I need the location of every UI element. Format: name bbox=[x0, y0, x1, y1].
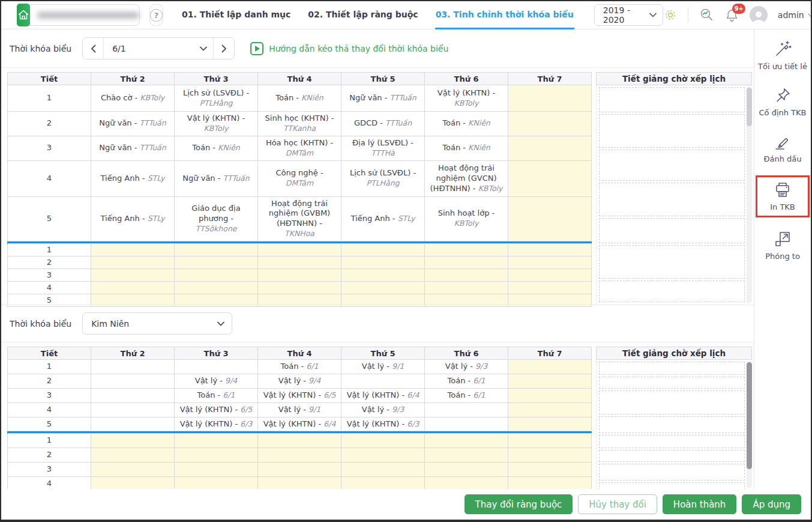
waiting-slot[interactable] bbox=[599, 218, 745, 243]
waiting-slot[interactable] bbox=[599, 281, 745, 302]
timetable-cell[interactable]: Vật lý - 9/1 bbox=[341, 360, 425, 374]
timetable-cell[interactable]: GDCD - TTTuấn bbox=[341, 112, 425, 136]
timetable-cell[interactable] bbox=[425, 448, 508, 463]
timetable-cell[interactable]: Vật lý (KHTN) - 6/4 bbox=[341, 388, 425, 402]
timetable-cell[interactable] bbox=[175, 360, 258, 374]
timetable-cell[interactable] bbox=[175, 448, 258, 463]
timetable-cell[interactable] bbox=[508, 448, 592, 463]
timetable-cell[interactable]: Hoạt động trải nghiệm (GVCN) (HĐTNHN) - … bbox=[425, 160, 508, 196]
timetable-cell[interactable]: Vật lý - 9/4 bbox=[175, 374, 258, 388]
timetable-cell[interactable] bbox=[508, 85, 592, 112]
avatar[interactable] bbox=[750, 6, 768, 24]
waiting-slot[interactable] bbox=[599, 183, 745, 216]
timetable-cell[interactable] bbox=[508, 112, 592, 136]
waiting-slot[interactable] bbox=[599, 377, 745, 389]
settings-gear-icon[interactable] bbox=[663, 8, 678, 22]
waiting-slot[interactable] bbox=[599, 390, 745, 414]
waiting-slot[interactable] bbox=[599, 450, 745, 462]
timetable-cell[interactable]: Hoạt động trải nghiệm (GVBM) (HĐTNHN) - … bbox=[258, 196, 341, 241]
timetable-cell[interactable]: Vật lý (KHTN) - 6/5 bbox=[175, 402, 258, 417]
timetable-cell[interactable] bbox=[425, 244, 508, 256]
scrollbar-track[interactable] bbox=[747, 361, 752, 488]
class-timetable-select[interactable]: 6/1 bbox=[104, 38, 213, 59]
timetable-cell[interactable] bbox=[508, 463, 592, 477]
timetable-cell[interactable] bbox=[508, 269, 592, 282]
timetable-cell[interactable] bbox=[258, 434, 341, 448]
timetable-cell[interactable] bbox=[341, 463, 425, 477]
timetable-cell[interactable] bbox=[425, 282, 508, 294]
waiting-slot[interactable] bbox=[599, 416, 745, 433]
footer-button[interactable]: Hoàn thành bbox=[663, 494, 737, 514]
timetable-cell[interactable] bbox=[91, 374, 175, 388]
timetable-cell[interactable]: Công nghệ - DMTâm bbox=[258, 160, 341, 196]
notification-bell-icon[interactable]: 9+ bbox=[724, 8, 739, 23]
timetable-cell[interactable]: Vật lý - 9/3 bbox=[341, 402, 425, 417]
timetable-cell[interactable] bbox=[258, 282, 341, 294]
timetable-cell[interactable]: Ngữ văn - TTTuấn bbox=[341, 85, 425, 112]
timetable-cell[interactable] bbox=[508, 402, 592, 417]
timetable-cell[interactable]: Toán - 6/1 bbox=[175, 388, 258, 402]
timetable-cell[interactable] bbox=[425, 402, 508, 417]
timetable-cell[interactable] bbox=[341, 282, 425, 294]
timetable-cell[interactable] bbox=[341, 269, 425, 282]
search-report-icon[interactable] bbox=[699, 7, 714, 23]
timetable-cell[interactable] bbox=[341, 256, 425, 269]
timetable-cell[interactable]: Ngữ văn - TTTuấn bbox=[175, 160, 258, 196]
waiting-slot[interactable] bbox=[599, 245, 745, 279]
timetable-cell[interactable]: Toán - 6/1 bbox=[258, 360, 341, 374]
timetable-cell[interactable]: Lịch sử (LSVĐL) - PTLHằng bbox=[175, 85, 258, 112]
timetable-cell[interactable] bbox=[91, 282, 175, 294]
waiting-slot[interactable] bbox=[599, 150, 745, 181]
timetable-cell[interactable] bbox=[425, 434, 508, 448]
sidebar-tool-pin[interactable]: Cố định TKB bbox=[756, 83, 810, 120]
timetable-cell[interactable] bbox=[508, 360, 592, 374]
timetable-cell[interactable]: Ngữ văn - TTTuấn bbox=[91, 112, 175, 136]
timetable-cell[interactable] bbox=[91, 463, 175, 477]
timetable-cell[interactable] bbox=[508, 244, 592, 256]
teacher-timetable-select[interactable]: Kim Niên bbox=[82, 312, 232, 335]
timetable-cell[interactable] bbox=[508, 256, 592, 269]
timetable-cell[interactable] bbox=[508, 282, 592, 294]
timetable-cell[interactable] bbox=[341, 374, 425, 388]
timetable-cell[interactable] bbox=[91, 434, 175, 448]
timetable-cell[interactable]: Toán - KNiên bbox=[175, 136, 258, 160]
help-button[interactable]: ? bbox=[149, 4, 163, 26]
timetable-cell[interactable] bbox=[175, 244, 258, 256]
tab-step-1[interactable]: 01. Thiết lập danh mục bbox=[181, 1, 291, 29]
timetable-cell[interactable] bbox=[91, 256, 175, 269]
timetable-cell[interactable]: Sinh hoạt lớp - KBToly bbox=[425, 196, 508, 241]
timetable-cell[interactable] bbox=[91, 388, 175, 402]
waiting-slot[interactable] bbox=[599, 482, 745, 489]
timetable-cell[interactable]: Tiếng Anh - STLy bbox=[341, 196, 425, 241]
timetable-cell[interactable] bbox=[91, 417, 175, 431]
waiting-slot[interactable] bbox=[599, 87, 745, 112]
waiting-slot[interactable] bbox=[599, 362, 745, 375]
timetable-cell[interactable]: Toán - 6/1 bbox=[425, 374, 508, 388]
timetable-cell[interactable] bbox=[258, 269, 341, 282]
scrollbar-track[interactable] bbox=[747, 86, 752, 303]
drag-drop-guide-link[interactable]: Hướng dẫn kéo thả thay đổi thời khóa biể… bbox=[250, 42, 448, 55]
timetable-cell[interactable]: Vật lý - 9/3 bbox=[425, 360, 508, 374]
timetable-cell[interactable]: Hóa học (KHTN) - DMTâm bbox=[258, 136, 341, 160]
timetable-cell[interactable]: Giáo dục địa phương - TTSôkhone bbox=[175, 196, 258, 241]
timetable-cell[interactable] bbox=[91, 360, 175, 374]
waiting-slot[interactable] bbox=[599, 435, 745, 448]
next-timetable-button[interactable] bbox=[213, 38, 234, 59]
timetable-cell[interactable]: Chào cờ - KBToly bbox=[91, 85, 175, 112]
timetable-cell[interactable] bbox=[425, 463, 508, 477]
timetable-cell[interactable] bbox=[341, 244, 425, 256]
scrollbar-thumb[interactable] bbox=[747, 88, 752, 126]
timetable-cell[interactable] bbox=[508, 196, 592, 241]
timetable-cell[interactable]: Địa lý (LSVĐL) - TTTHà bbox=[341, 136, 425, 160]
footer-button[interactable]: Áp dụng bbox=[742, 494, 801, 514]
sidebar-tool-expand[interactable]: Phóng to bbox=[756, 226, 810, 264]
timetable-cell[interactable]: Ngữ văn - TTTuấn bbox=[91, 136, 175, 160]
timetable-cell[interactable]: Sinh học (KHTN) - TTKanha bbox=[258, 112, 341, 136]
scrollbar-thumb[interactable] bbox=[747, 362, 752, 469]
timetable-cell[interactable] bbox=[175, 269, 258, 282]
timetable-cell[interactable] bbox=[258, 448, 341, 463]
timetable-cell[interactable]: Lịch sử (LSVĐL) - PTLHằng bbox=[341, 160, 425, 196]
timetable-cell[interactable] bbox=[508, 417, 592, 431]
school-name-field[interactable] bbox=[26, 4, 140, 26]
timetable-cell[interactable] bbox=[175, 256, 258, 269]
